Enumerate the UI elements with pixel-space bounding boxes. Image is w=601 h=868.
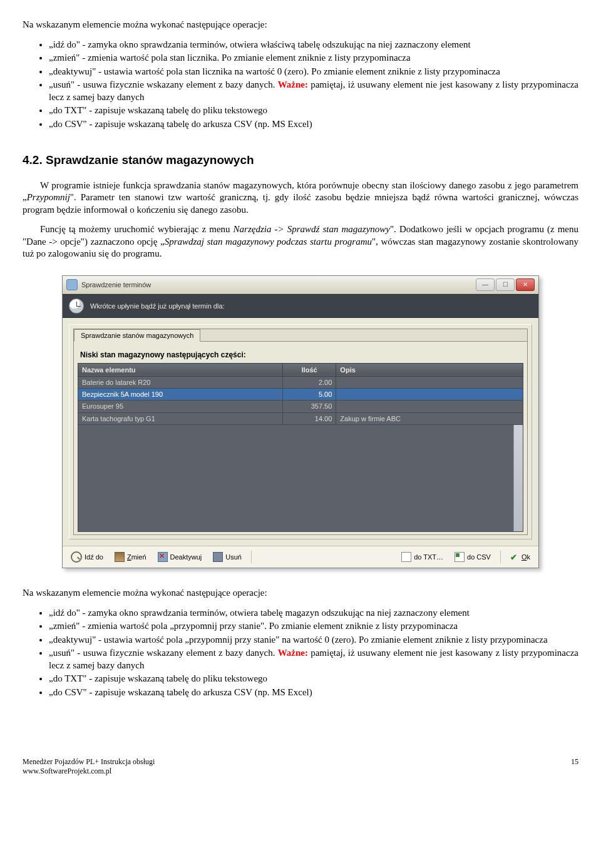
ok-button[interactable]: Ok <box>506 551 535 563</box>
delete-button[interactable]: Usuń <box>208 550 246 564</box>
label: Idź do <box>85 553 103 561</box>
text: „usuń" - usuwa fizycznie wskazany elemen… <box>49 79 278 89</box>
info-text: Wkrótce upłynie bądź już upłynął termin … <box>90 302 225 310</box>
col-desc[interactable]: Opis <box>336 363 523 376</box>
csv-icon <box>455 552 465 562</box>
cell-qty: 5.00 <box>283 389 336 401</box>
cell-desc <box>336 376 523 388</box>
col-qty[interactable]: Ilość <box>283 363 336 376</box>
cell-qty: 357.50 <box>283 401 336 412</box>
operations-list-1: „idź do" - zamyka okno sprawdzania termi… <box>49 39 578 131</box>
separator <box>500 551 501 563</box>
section-heading: 4.2. Sprawdzanie stanów magazynowych <box>23 153 578 168</box>
warning-label: Ważne: <box>278 79 308 89</box>
edit-icon <box>115 552 125 562</box>
app-icon <box>66 279 78 290</box>
page-footer: Menedżer Pojazdów PL+ Instrukcja obsługi… <box>23 755 578 776</box>
titlebar: Sprawdzenie terminów — ☐ ✕ <box>63 276 538 294</box>
operations-list-2: „idź do" - zamyka okno sprawdzania termi… <box>49 607 578 699</box>
label: Zmień <box>127 553 146 561</box>
info-bar: Wkrótce upłynie bądź już upłynął termin … <box>63 294 538 318</box>
cell-qty: 14.00 <box>283 412 336 424</box>
table-row[interactable]: Eurosuper 95 357.50 <box>78 401 523 412</box>
tab-container: Sprawdzanie stanów magazynowych Niski st… <box>73 329 528 535</box>
list-item: „usuń" - usuwa fizycznie wskazany elemen… <box>49 79 578 103</box>
tab-strip: Sprawdzanie stanów magazynowych <box>74 329 527 342</box>
separator <box>251 551 252 563</box>
list-item: „do TXT" - zapisuje wskazaną tabelę do p… <box>49 673 578 685</box>
cell-name: Baterie do latarek R20 <box>78 376 283 388</box>
app-window: Sprawdzenie terminów — ☐ ✕ Wkrótce upłyn… <box>62 275 539 568</box>
paragraph: Funcję tą możemy uruchomić wybierając z … <box>23 223 578 260</box>
list-item: „do CSV" - zapisuje wskazaną tabelę do a… <box>49 687 578 699</box>
table-row[interactable]: Bezpiecznik 5A model 190 5.00 <box>78 389 523 401</box>
label: Deaktywuj <box>170 553 202 561</box>
tab-stock-check[interactable]: Sprawdzanie stanów magazynowych <box>74 329 200 342</box>
text-italic: Przypomnij <box>27 192 70 202</box>
list-item: „do TXT" - zapisuje wskazaną tabelę do p… <box>49 105 578 117</box>
paragraph: W programie istnieje funkcja sprawdzania… <box>23 180 578 217</box>
label: do TXT… <box>414 553 443 561</box>
label: Ok <box>521 553 530 561</box>
paragraph: Na wskazanym elemencie można wykonać nas… <box>23 19 578 31</box>
search-icon <box>71 551 82 563</box>
deactivate-button[interactable]: Deaktywuj <box>153 550 207 564</box>
minimize-button[interactable]: — <box>476 278 495 291</box>
txt-icon <box>401 552 411 562</box>
cell-qty: 2.00 <box>283 376 336 388</box>
grid-caption: Niski stan magazynowy następujących częś… <box>78 347 523 363</box>
cell-name: Bezpiecznik 5A model 190 <box>78 389 283 401</box>
cell-desc <box>336 401 523 412</box>
toolbar: Idź do Zmień Deaktywuj Usuń do TXT… do C… <box>63 546 538 568</box>
list-item: „usuń" - usuwa fizycznie wskazany elemen… <box>49 647 578 671</box>
list-item: „deaktywuj" - ustawia wartość pola „przy… <box>49 634 578 646</box>
label: Usuń <box>225 553 242 561</box>
table-row[interactable]: Baterie do latarek R20 2.00 <box>78 376 523 388</box>
close-button[interactable]: ✕ <box>516 278 535 291</box>
tab-body: Niski stan magazynowy następujących częś… <box>74 342 527 534</box>
label: do CSV <box>467 553 491 561</box>
export-csv-button[interactable]: do CSV <box>450 550 495 564</box>
page-number: 15 <box>571 757 578 776</box>
grid-empty-area <box>78 425 523 532</box>
text-italic: Narzędzia -> Sprawdź stan magazynowy <box>234 224 390 234</box>
cell-desc <box>336 389 523 401</box>
list-item: „deaktywuj" - ustawia wartość pola stan … <box>49 66 578 78</box>
list-item: „idź do" - zamyka okno sprawdzania termi… <box>49 607 578 620</box>
text: ". Parametr ten stanowi tzw wartość gran… <box>23 192 578 215</box>
cell-desc: Zakup w firmie ABC <box>336 412 523 424</box>
list-item: „zmień" - zmienia wartość pola stan licz… <box>49 52 578 64</box>
text-italic: Sprawdzaj stan magazynowy podczas startu… <box>165 237 372 247</box>
warning-label: Ważne: <box>278 648 308 658</box>
maximize-button[interactable]: ☐ <box>496 278 515 291</box>
goto-button[interactable]: Idź do <box>66 549 108 564</box>
delete-icon <box>213 552 223 562</box>
col-name[interactable]: Nazwa elementu <box>78 363 283 376</box>
footer-title: Menedżer Pojazdów PL+ Instrukcja obsługi <box>23 757 155 767</box>
paragraph: Na wskazanym elemencie można wykonać nas… <box>23 587 578 600</box>
table-row[interactable]: Karta tachografu typ G1 14.00 Zakup w fi… <box>78 412 523 424</box>
list-item: „idź do" - zamyka okno sprawdzania termi… <box>49 39 578 51</box>
cell-name: Eurosuper 95 <box>78 401 283 412</box>
window-title: Sprawdzenie terminów <box>81 280 151 289</box>
content-panel: Sprawdzanie stanów magazynowych Niski st… <box>69 324 532 539</box>
export-txt-button[interactable]: do TXT… <box>397 550 448 564</box>
deactivate-icon <box>158 552 168 562</box>
list-item: „do CSV" - zapisuje wskazaną tabelę do a… <box>49 118 578 131</box>
text: Funcję tą możemy uruchomić wybierając z … <box>40 224 234 234</box>
stock-grid[interactable]: Nazwa elementu Ilość Opis Baterie do lat… <box>78 363 523 425</box>
list-item: „zmień" - zmienia wartość pola „przypomn… <box>49 620 578 633</box>
text: „usuń" - usuwa fizycznie wskazany elemen… <box>49 648 278 658</box>
clock-icon <box>69 299 84 314</box>
check-icon <box>510 553 519 561</box>
footer-url: www.SoftwareProjekt.com.pl <box>23 767 155 776</box>
edit-button[interactable]: Zmień <box>110 550 151 564</box>
cell-name: Karta tachografu typ G1 <box>78 412 283 424</box>
